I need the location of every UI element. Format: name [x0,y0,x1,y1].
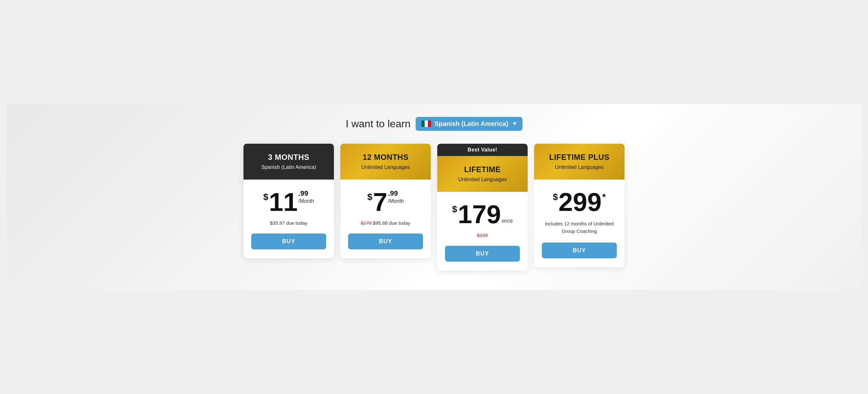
card-header-lifetime: LIFETIME Unlimited Languages [437,156,528,192]
plan-card-lifetime-plus: LIFETIME PLUS Unlimited Languages $ 299 … [534,144,624,268]
plan-title-lifetime-plus: LIFETIME PLUS [540,153,618,162]
plan-card-12months: 12 MONTHS Unlimited Languages $ 7 .99 /M… [340,144,431,259]
learn-label: I want to learn [345,118,410,130]
plan-subtitle-3months: Spanish (Latin America) [250,164,328,171]
plan-title-3months: 3 MONTHS [250,153,328,162]
card-header-3months: 3 MONTHS Spanish (Latin America) [244,144,334,180]
price-dollar-lifetime-plus: $ [553,192,558,202]
price-dollar-3months: $ [263,192,268,202]
price-dollar-lifetime: $ [452,204,457,214]
language-selector-button[interactable]: Spanish (Latin America) [415,117,522,131]
plan-card-3months: 3 MONTHS Spanish (Latin America) $ 11 .9… [244,144,334,259]
coaching-text-lifetime-plus: includes 12 months of Unlimited Group Co… [542,220,617,235]
price-main-12months: 7 [373,189,388,215]
due-today-3months: $35.97 due today [270,220,307,226]
card-body-12months: $ 7 .99 /Month $179 $95.88 due today BUY [340,180,431,259]
due-amount-12months: $95.88 due today [373,220,410,226]
best-value-badge: Best Value! [437,144,528,156]
buy-button-lifetime-plus[interactable]: BUY [542,243,617,259]
card-body-lifetime-plus: $ 299 * includes 12 months of Unlimited … [534,180,624,267]
price-dollar-12months: $ [368,192,373,202]
price-detail-lifetime: once [501,202,513,226]
strikethrough-lifetime: $199 [477,233,488,238]
plan-title-lifetime: LIFETIME [444,165,521,174]
plan-title-12months: 12 MONTHS [347,153,424,162]
price-detail-3months: .99 /Month [299,189,314,206]
price-row-12months: $ 7 .99 /Month [368,189,404,215]
price-period-3months: /Month [299,198,314,204]
plan-card-lifetime: LIFETIME Unlimited Languages $ 179 once … [437,156,528,271]
plan-subtitle-lifetime-plus: Unlimited Languages [540,164,618,171]
price-cents-12months: .99 [388,189,404,198]
price-main-lifetime-plus: 299 [559,189,601,215]
price-detail-12months: .99 /Month [388,189,404,206]
price-period-12months: /Month [388,198,404,204]
card-body-3months: $ 11 .99 /Month $35.97 due today BUY [244,180,334,259]
price-main-3months: 11 [269,189,298,215]
due-today-lifetime: $199 [477,233,488,238]
plan-subtitle-12months: Unlimited Languages [347,164,424,171]
price-row-lifetime: $ 179 once [452,202,513,228]
plan-card-lifetime-wrapper: Best Value! LIFETIME Unlimited Languages… [437,144,528,271]
price-main-lifetime: 179 [458,202,501,228]
language-selector-label: Spanish (Latin America) [434,120,508,127]
buy-button-lifetime[interactable]: BUY [445,246,520,262]
strikethrough-12months: $179 [361,220,371,226]
price-asterisk-lifetime-plus: * [602,192,606,202]
buy-button-3months[interactable]: BUY [251,234,326,249]
plan-subtitle-lifetime: Unlimited Languages [444,176,521,183]
card-header-12months: 12 MONTHS Unlimited Languages [340,144,431,180]
price-period-lifetime: once [501,218,513,224]
card-header-lifetime-plus: LIFETIME PLUS Unlimited Languages [534,144,624,180]
price-row-3months: $ 11 .99 /Month [263,189,314,215]
due-today-12months: $179 $95.88 due today [361,220,410,226]
price-cents-3months: .99 [299,189,314,198]
flag-icon [422,120,431,127]
price-row-lifetime-plus: $ 299 * [553,189,606,215]
chevron-down-icon [513,122,517,125]
buy-button-12months[interactable]: BUY [348,234,423,249]
pricing-cards: 3 MONTHS Spanish (Latin America) $ 11 .9… [244,144,624,271]
card-body-lifetime: $ 179 once $199 BUY [437,192,528,271]
